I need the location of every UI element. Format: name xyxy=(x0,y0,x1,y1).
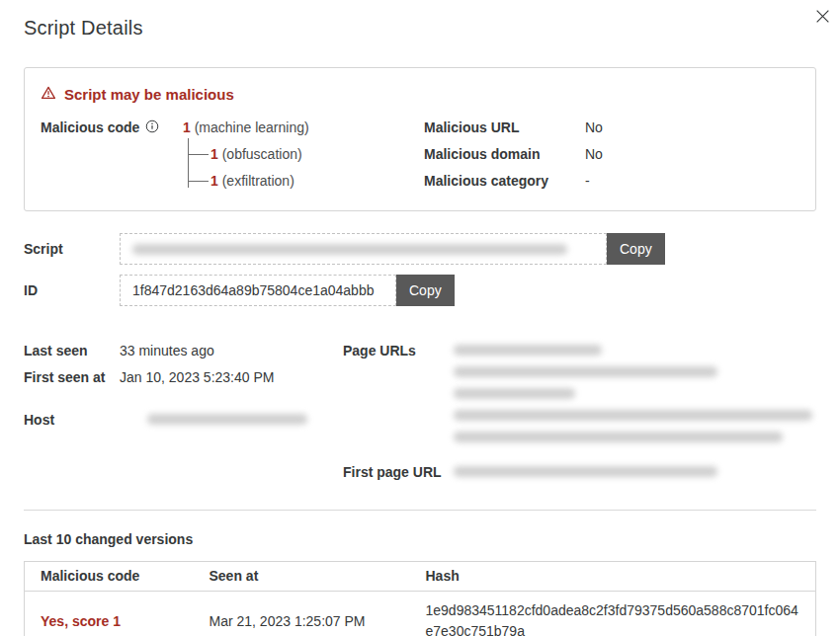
tree-root: 1 (machine learning) xyxy=(183,118,309,137)
last-seen-label: Last seen xyxy=(24,341,120,360)
section-divider xyxy=(24,510,816,511)
id-field-row: ID 1f847d2163d64a89b75804ce1a04abbb Copy xyxy=(24,275,816,306)
malicious-code-label: Malicious code xyxy=(41,118,139,137)
malicious-domain-label: Malicious domain xyxy=(424,144,585,164)
copy-id-button[interactable]: Copy xyxy=(396,275,455,306)
warning-triangle-icon xyxy=(41,85,56,104)
col-header-seen-at: Seen at xyxy=(194,562,410,592)
redacted-first-page-url xyxy=(454,466,717,477)
script-details-modal: Script Details Script may be malicious M… xyxy=(0,0,840,636)
redacted-host-value xyxy=(147,414,307,425)
malicious-url-value: No xyxy=(585,118,603,137)
first-seen-label: First seen at xyxy=(24,367,120,387)
host-row: Host xyxy=(24,410,343,430)
id-value-box: 1f847d2163d64a89b75804ce1a04abbb xyxy=(120,275,396,306)
first-seen-value: Jan 10, 2023 5:23:40 PM xyxy=(120,367,274,387)
col-header-malicious-code: Malicious code xyxy=(25,562,194,592)
page-urls-row: Page URLs xyxy=(343,341,816,453)
id-value: 1f847d2163d64a89b75804ce1a04abbb xyxy=(132,282,374,298)
close-icon xyxy=(814,13,831,28)
tree-child-count: 1 xyxy=(210,146,218,162)
script-value-box xyxy=(120,233,607,265)
versions-table: Malicious code Seen at Hash Yes, score 1… xyxy=(24,561,816,636)
modal-header: Script Details xyxy=(24,0,816,40)
malicious-category-label: Malicious category xyxy=(424,171,585,191)
malicious-domain-row: Malicious domain No xyxy=(424,144,799,164)
warning-heading-text: Script may be malicious xyxy=(64,86,234,103)
versions-heading: Last 10 changed versions xyxy=(24,530,816,548)
redacted-page-url xyxy=(454,432,783,442)
copy-script-button[interactable]: Copy xyxy=(607,233,665,265)
tree-child-text: (exfiltration) xyxy=(222,173,294,189)
col-header-hash: Hash xyxy=(410,562,816,592)
last-seen-row: Last seen 33 minutes ago xyxy=(24,341,343,360)
version-hash: 1e9d983451182cfd0adea8c2f3fd79375d560a58… xyxy=(410,592,816,636)
malicious-warning-panel: Script may be malicious Malicious code 1… xyxy=(24,67,816,211)
tree-child-text: (obfuscation) xyxy=(222,146,302,162)
tree-child-exfiltration: 1 (exfiltration) xyxy=(210,171,309,191)
malicious-category-value: - xyxy=(585,171,590,191)
tree-root-text: (machine learning) xyxy=(195,119,309,135)
malicious-code-tree: 1 (machine learning) 1 (obfuscation) 1 (… xyxy=(183,118,309,198)
malicious-url-label: Malicious URL xyxy=(424,118,585,137)
warning-heading: Script may be malicious xyxy=(41,85,799,104)
redacted-page-url xyxy=(454,366,717,377)
redacted-page-url xyxy=(454,345,602,356)
tree-child-count: 1 xyxy=(210,173,218,189)
close-button[interactable] xyxy=(812,6,833,27)
tree-root-count: 1 xyxy=(183,119,191,135)
malicious-category-row: Malicious category - xyxy=(424,171,799,191)
malicious-indicators: Malicious URL No Malicious domain No Mal… xyxy=(424,118,799,198)
version-malicious-code: Yes, score 1 xyxy=(25,592,194,636)
redacted-page-urls xyxy=(454,341,812,453)
id-label: ID xyxy=(24,282,120,298)
info-icon[interactable] xyxy=(145,119,159,133)
redacted-page-url xyxy=(454,410,812,421)
table-row: Yes, score 1 Mar 21, 2023 1:25:07 PM 1e9… xyxy=(25,592,816,636)
last-seen-value: 33 minutes ago xyxy=(120,341,214,360)
redacted-page-url xyxy=(454,388,575,399)
host-label: Host xyxy=(24,410,120,430)
first-page-url-row: First page URL xyxy=(343,462,816,482)
version-seen-at: Mar 21, 2023 1:25:07 PM xyxy=(194,592,410,636)
tree-child-obfuscation: 1 (obfuscation) xyxy=(210,144,309,164)
versions-header-row: Malicious code Seen at Hash xyxy=(25,562,816,592)
malicious-domain-value: No xyxy=(585,144,603,164)
script-label: Script xyxy=(24,241,120,257)
first-page-url-label: First page URL xyxy=(343,462,454,482)
malicious-url-row: Malicious URL No xyxy=(424,118,799,137)
script-field-row: Script Copy xyxy=(24,233,816,265)
first-seen-row: First seen at Jan 10, 2023 5:23:40 PM xyxy=(24,367,343,387)
metadata-section: Last seen 33 minutes ago First seen at J… xyxy=(24,341,816,489)
page-urls-label: Page URLs xyxy=(343,341,454,453)
page-title: Script Details xyxy=(24,15,816,40)
redacted-script-value xyxy=(132,244,567,255)
